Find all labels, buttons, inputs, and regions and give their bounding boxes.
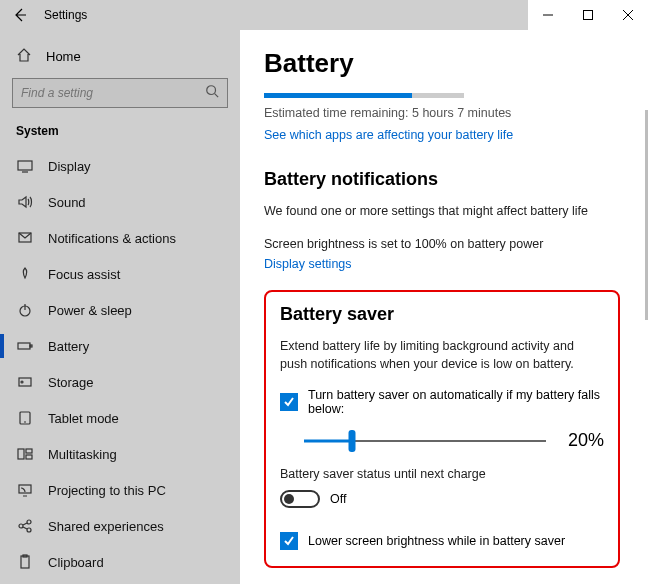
sidebar-item-label: Notifications & actions [48, 231, 176, 246]
sidebar-item-clipboard[interactable]: Clipboard [0, 544, 240, 580]
check-icon [283, 396, 295, 408]
svg-point-4 [207, 86, 216, 95]
power-icon [16, 301, 34, 319]
maximize-button[interactable] [568, 0, 608, 30]
battery-progress [264, 93, 464, 98]
sidebar-item-notifications[interactable]: Notifications & actions [0, 220, 240, 256]
svg-rect-19 [26, 455, 32, 459]
tablet-icon [16, 409, 34, 427]
back-button[interactable] [0, 0, 40, 30]
lower-brightness-label: Lower screen brightness while in battery… [308, 534, 565, 548]
sidebar-item-multitasking[interactable]: Multitasking [0, 436, 240, 472]
threshold-value: 20% [564, 430, 604, 451]
svg-point-21 [19, 524, 23, 528]
svg-rect-11 [18, 343, 30, 349]
sidebar-item-display[interactable]: Display [0, 148, 240, 184]
home-icon [16, 47, 32, 66]
battery-saver-heading: Battery saver [280, 304, 604, 325]
sidebar-item-label: Focus assist [48, 267, 120, 282]
saver-status-state: Off [330, 492, 346, 506]
sidebar-item-shared-experiences[interactable]: Shared experiences [0, 508, 240, 544]
estimated-time-label: Estimated time remaining: 5 hours 7 minu… [264, 106, 620, 120]
sidebar-nav: Display Sound Notifications & actions Fo… [0, 148, 240, 580]
sidebar-item-tablet-mode[interactable]: Tablet mode [0, 400, 240, 436]
svg-point-23 [27, 528, 31, 532]
display-icon [16, 157, 34, 175]
sidebar-item-projecting[interactable]: Projecting to this PC [0, 472, 240, 508]
sidebar: Home System Display Sound Notifications … [0, 30, 240, 584]
svg-rect-1 [584, 11, 593, 20]
saver-status-label: Battery saver status until next charge [280, 465, 604, 484]
sidebar-item-storage[interactable]: Storage [0, 364, 240, 400]
titlebar: Settings [0, 0, 648, 30]
notifications-found-text: We found one or more settings that might… [264, 202, 620, 221]
battery-icon [16, 337, 34, 355]
slider-fill [304, 439, 352, 442]
lower-brightness-row: Lower screen brightness while in battery… [280, 532, 604, 550]
multitasking-icon [16, 445, 34, 463]
sidebar-item-label: Power & sleep [48, 303, 132, 318]
svg-rect-17 [18, 449, 24, 459]
maximize-icon [583, 10, 593, 20]
auto-saver-checkbox[interactable] [280, 393, 298, 411]
sidebar-item-label: Sound [48, 195, 86, 210]
auto-saver-row: Turn battery saver on automatically if m… [280, 388, 604, 416]
content-scroll: Battery Estimated time remaining: 5 hour… [240, 30, 642, 584]
settings-window: Settings Home System Display Sound Notif… [0, 0, 648, 584]
sidebar-item-label: Tablet mode [48, 411, 119, 426]
home-label: Home [46, 49, 81, 64]
window-title: Settings [40, 8, 87, 22]
minimize-icon [543, 10, 553, 20]
projecting-icon [16, 481, 34, 499]
auto-saver-label: Turn battery saver on automatically if m… [308, 388, 604, 416]
sidebar-item-label: Clipboard [48, 555, 104, 570]
lower-brightness-checkbox[interactable] [280, 532, 298, 550]
battery-progress-fill [264, 93, 412, 98]
svg-rect-18 [26, 449, 32, 453]
search-box[interactable] [12, 78, 228, 108]
close-icon [623, 10, 633, 20]
check-icon [283, 535, 295, 547]
arrow-left-icon [12, 7, 28, 23]
page-title: Battery [264, 48, 620, 79]
sidebar-item-battery[interactable]: Battery [0, 328, 240, 364]
svg-rect-12 [30, 345, 32, 347]
sidebar-item-label: Battery [48, 339, 89, 354]
titlebar-left: Settings [0, 0, 87, 30]
apps-affecting-link[interactable]: See which apps are affecting your batter… [264, 128, 513, 142]
battery-saver-highlight: Battery saver Extend battery life by lim… [264, 290, 620, 568]
notifications-icon [16, 229, 34, 247]
svg-point-14 [21, 381, 23, 383]
svg-point-22 [27, 520, 31, 524]
toggle-knob [284, 494, 294, 504]
sidebar-home[interactable]: Home [12, 38, 228, 74]
clipboard-icon [16, 553, 34, 571]
brightness-text: Screen brightness is set to 100% on batt… [264, 235, 620, 254]
focus-assist-icon [16, 265, 34, 283]
battery-notifications-heading: Battery notifications [264, 169, 620, 190]
battery-saver-desc: Extend battery life by limiting backgrou… [280, 337, 604, 375]
storage-icon [16, 373, 34, 391]
search-input[interactable] [21, 86, 205, 100]
slider-thumb[interactable] [349, 430, 356, 452]
svg-line-5 [215, 94, 219, 98]
sidebar-item-label: Storage [48, 375, 94, 390]
saver-status-toggle[interactable] [280, 490, 320, 508]
saver-status-toggle-row: Off [280, 490, 604, 508]
sidebar-item-label: Shared experiences [48, 519, 164, 534]
threshold-slider[interactable] [304, 431, 546, 451]
sound-icon [16, 193, 34, 211]
content: Battery Estimated time remaining: 5 hour… [240, 30, 648, 584]
sidebar-item-label: Display [48, 159, 91, 174]
close-button[interactable] [608, 0, 648, 30]
svg-rect-24 [21, 556, 29, 568]
display-settings-link[interactable]: Display settings [264, 257, 352, 271]
svg-rect-6 [18, 161, 32, 170]
sidebar-category: System [16, 124, 228, 138]
minimize-button[interactable] [528, 0, 568, 30]
sidebar-item-focus-assist[interactable]: Focus assist [0, 256, 240, 292]
search-icon [205, 84, 219, 102]
sidebar-item-power-sleep[interactable]: Power & sleep [0, 292, 240, 328]
sidebar-item-sound[interactable]: Sound [0, 184, 240, 220]
window-controls [528, 0, 648, 30]
